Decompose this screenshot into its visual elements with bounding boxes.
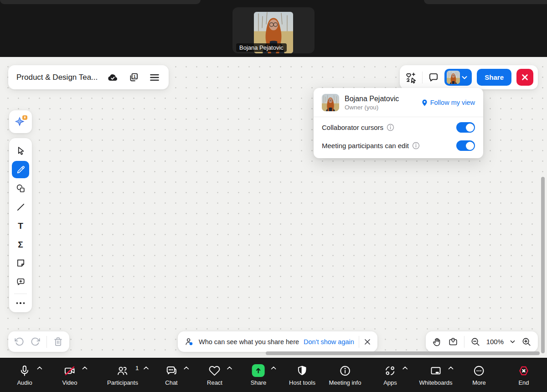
whiteboard-title[interactable]: Product & Design Tea...	[16, 73, 98, 82]
line-icon	[15, 202, 26, 212]
chevron-up-icon[interactable]	[402, 366, 408, 370]
chat-icon	[165, 365, 178, 377]
tool-more[interactable]	[11, 296, 30, 310]
chevron-up-icon[interactable]	[82, 366, 88, 370]
dock-label: More	[472, 379, 486, 386]
my-presence-dropdown[interactable]	[444, 69, 472, 86]
minimap-icon[interactable]	[448, 337, 458, 347]
collaborator-cursors-toggle[interactable]	[456, 122, 475, 133]
dock-item-host-tools[interactable]: Host tools	[289, 358, 315, 392]
comments-icon[interactable]	[428, 72, 439, 83]
vertical-scrollbar[interactable]	[541, 177, 545, 353]
undo-icon[interactable]	[15, 337, 24, 346]
participants-count: 1	[135, 365, 139, 371]
divider	[14, 294, 27, 294]
sticky-note-icon	[15, 258, 26, 268]
redo-icon[interactable]	[31, 337, 40, 346]
pages-icon[interactable]: 1	[128, 72, 139, 83]
dock-item-more[interactable]: More	[472, 358, 486, 392]
divider	[46, 336, 47, 348]
chevron-up-icon[interactable]	[227, 366, 233, 370]
camera-off-icon	[63, 365, 76, 377]
pan-hand-icon[interactable]	[432, 337, 442, 347]
offscreen-tile-right	[424, 0, 547, 4]
participants-can-edit-row: Meeting participants can edit	[314, 135, 483, 154]
collaborators-icon[interactable]	[405, 72, 417, 83]
info-icon[interactable]	[387, 124, 394, 131]
dock-label: Participants	[107, 379, 138, 386]
ai-sparkle-icon	[13, 114, 28, 129]
tool-text[interactable]: T	[11, 217, 30, 235]
dock-label: Whiteboards	[419, 379, 453, 386]
tool-equation[interactable]: Σ	[11, 235, 30, 254]
dock-label: Meeting info	[329, 379, 361, 386]
dock-item-end[interactable]: End	[518, 358, 530, 392]
more-icon	[16, 302, 25, 304]
whiteboard-icon	[429, 365, 442, 377]
chevron-up-icon[interactable]	[143, 366, 149, 370]
dock-item-audio[interactable]: Audio	[17, 358, 32, 392]
chevron-down-icon	[461, 75, 468, 80]
dock-label: Video	[62, 379, 77, 386]
popover-owner-row: Bojana Pejatovic Owner (you) Follow my v…	[314, 94, 483, 117]
dock-label: Share	[251, 379, 267, 386]
menu-icon[interactable]	[149, 72, 160, 83]
dock-item-meeting-info[interactable]: Meeting info	[329, 358, 361, 392]
divider	[422, 72, 423, 83]
share-whiteboard-button[interactable]: Share	[477, 69, 511, 86]
offscreen-tile-left	[0, 0, 201, 4]
chevron-up-icon[interactable]	[184, 366, 190, 370]
chevron-up-icon[interactable]	[448, 366, 454, 370]
zoom-in-icon[interactable]	[521, 337, 532, 347]
tool-select[interactable]	[11, 141, 30, 160]
follow-my-view-label: Follow my view	[430, 99, 475, 106]
participants-can-edit-label: Meeting participants can edit	[322, 142, 409, 150]
dock-label: Apps	[383, 379, 397, 386]
ai-companion-button[interactable]	[9, 110, 32, 133]
tool-shapes[interactable]	[11, 179, 30, 198]
delete-icon[interactable]	[53, 337, 63, 346]
equation-icon: Σ	[18, 240, 23, 250]
end-meeting-icon	[518, 365, 530, 377]
tool-line[interactable]	[11, 198, 30, 217]
horizontal-scrollbar[interactable]	[266, 351, 540, 355]
whiteboard-canvas[interactable]: Product & Design Tea... 1	[0, 57, 547, 358]
banner-message: Who can see what you share here	[199, 338, 299, 346]
info-circle-icon	[339, 365, 351, 377]
dock-label: End	[518, 379, 529, 386]
participant-video-tile[interactable]: Bojana Pejatovic	[232, 7, 315, 53]
tool-sticky-note[interactable]	[11, 254, 30, 273]
tool-comment[interactable]	[11, 273, 30, 291]
canvas-zoom-controls: 100%	[426, 331, 538, 352]
close-whiteboard-button[interactable]	[516, 69, 533, 86]
svg-text:1: 1	[134, 73, 136, 78]
info-icon[interactable]	[412, 142, 420, 150]
chevron-up-icon[interactable]	[37, 366, 43, 370]
chevron-up-icon[interactable]	[271, 366, 277, 370]
participants-icon	[116, 365, 129, 377]
dock-label: Audio	[17, 379, 32, 386]
divider	[464, 336, 464, 348]
participants-can-edit-toggle[interactable]	[456, 140, 475, 151]
zoom-out-icon[interactable]	[470, 337, 480, 347]
dock-item-share-screen[interactable]: Share	[251, 358, 267, 392]
collaborator-cursors-row: Collaborator cursors	[314, 117, 483, 135]
microphone-icon	[19, 365, 31, 377]
dock-label: Host tools	[289, 379, 315, 386]
follow-my-view-link[interactable]: Follow my view	[421, 99, 475, 107]
dismiss-banner-icon[interactable]	[364, 338, 371, 346]
dock-item-react[interactable]: React	[207, 358, 222, 392]
dock-item-participants[interactable]: 1 Participants	[107, 358, 138, 392]
cloud-sync-icon	[107, 72, 119, 83]
dock-item-video[interactable]: Video	[62, 358, 77, 392]
zoom-menu-chevron-icon[interactable]	[510, 340, 516, 344]
dock-item-apps[interactable]: Apps	[383, 358, 397, 392]
zoom-level[interactable]: 100%	[486, 338, 504, 346]
dock-item-whiteboards[interactable]: Whiteboards	[419, 358, 453, 392]
dock-item-chat[interactable]: Chat	[165, 358, 177, 392]
tool-draw[interactable]	[12, 161, 29, 178]
shapes-icon	[15, 183, 26, 194]
dont-show-again-link[interactable]: Don't show again	[304, 338, 354, 346]
collaborator-cursors-label: Collaborator cursors	[322, 124, 383, 131]
owner-avatar	[322, 94, 339, 111]
